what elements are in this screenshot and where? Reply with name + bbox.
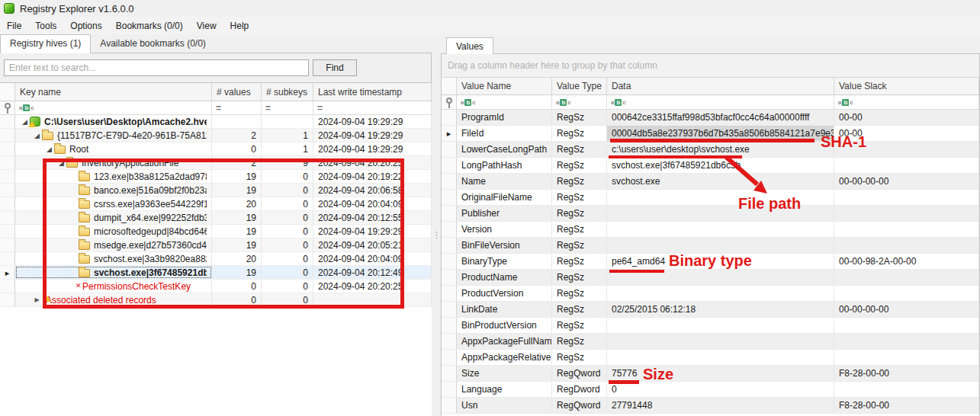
- tree-filter-values[interactable]: [212, 101, 262, 114]
- tree-row[interactable]: Root012024-09-04 19:29:29: [0, 142, 432, 156]
- value-row[interactable]: SizeRegQword75776F8-28-00-00: [442, 366, 979, 382]
- tree-filter-keyname[interactable]: [15, 101, 212, 114]
- tree-row[interactable]: C:\Users\user\Desktop\Amcache2.hve2024-0…: [0, 115, 432, 129]
- tree-row[interactable]: dumpit_x64.exe|992252fdb3743...1902024-0…: [0, 211, 432, 225]
- value-row[interactable]: UsnRegQword27791448F8-28-00-00: [442, 398, 979, 414]
- col-num-subkeys[interactable]: # subkeys: [262, 83, 313, 101]
- tree-row[interactable]: PermissionsCheckTestKey002024-09-04 20:2…: [0, 280, 432, 293]
- value-type-cell: RegSz: [552, 318, 607, 333]
- values-filter-name[interactable]: [457, 95, 552, 109]
- tab-values[interactable]: Values: [446, 37, 493, 55]
- col-value-name[interactable]: Value Name: [457, 78, 552, 94]
- values-filter-data[interactable]: [607, 95, 834, 109]
- menu-help[interactable]: Help: [223, 17, 256, 34]
- tree-row[interactable]: svchost.exe|3a3b9820ea882eb42002024-09-0…: [0, 252, 432, 266]
- expanded-node-icon[interactable]: [32, 132, 42, 139]
- value-data-cell: 00004db5a8e237937b6d7b435a8506b8584121a7…: [607, 126, 834, 141]
- tree-key-label: svchost.exe|3f67485921db...: [94, 267, 207, 278]
- menu-bookmarks[interactable]: Bookmarks (0/0): [109, 17, 190, 34]
- value-row[interactable]: BinaryTypeRegSzpe64_amd6400-00-98-2A-00-…: [442, 254, 979, 270]
- left-tab-strip: Registry hives (1) Available bookmarks (…: [0, 34, 432, 53]
- col-key-name[interactable]: Key name: [15, 83, 212, 101]
- tree-filter-lastwrite[interactable]: [313, 101, 432, 114]
- values-filter-gutter: [442, 95, 457, 109]
- tree-row[interactable]: msedge.exe|d27b57360cd4a4cf1902024-09-04…: [0, 238, 432, 252]
- search-input[interactable]: [4, 59, 309, 76]
- tree-row[interactable]: svchost.exe|3f67485921db...1902024-09-04…: [0, 266, 432, 280]
- tree-row[interactable]: csrss.exe|a9363ee544229f112002024-09-04 …: [0, 197, 432, 211]
- values-header-gutter: [442, 78, 457, 94]
- tab-registry-hives[interactable]: Registry hives (1): [0, 34, 91, 53]
- tree-row-gutter: [0, 280, 15, 293]
- tree-row[interactable]: Associated deleted records00: [0, 293, 432, 307]
- value-type-cell: RegSz: [552, 158, 607, 173]
- col-last-write[interactable]: Last write timestamp: [313, 83, 432, 101]
- value-row[interactable]: NameRegSzsvchost.exe00-00-00-00: [442, 174, 979, 190]
- col-num-values[interactable]: # values: [212, 83, 262, 101]
- value-data-cell: [607, 238, 834, 253]
- value-row[interactable]: BinProductVersionRegSz: [442, 318, 979, 334]
- value-slack-cell: F8-28-00-00: [834, 366, 979, 381]
- tree-lastwrite-cell: 2024-09-04 20:04:09: [313, 252, 432, 265]
- find-button[interactable]: Find: [313, 59, 357, 76]
- tree-key-name-cell: C:\Users\user\Desktop\Amcache2.hve: [15, 115, 212, 128]
- tree-row-gutter: [0, 197, 15, 210]
- value-type-cell: RegSz: [552, 222, 607, 237]
- value-type-cell: RegSz: [552, 142, 607, 157]
- tree-row[interactable]: InventoryApplicationFile292024-09-04 20:…: [0, 156, 432, 170]
- value-row[interactable]: AppxPackageFullNameRegSz: [442, 334, 979, 350]
- tree-lastwrite-cell: 2024-09-04 20:05:21: [313, 238, 432, 251]
- tree-key-name-cell: 123.exe|b38a8125a2dad978: [15, 170, 212, 183]
- value-row[interactable]: ProgramIdRegSz000642ce3315ffaf998d53bfac…: [442, 110, 979, 126]
- group-by-bar[interactable]: Drag a column header here to group by th…: [442, 54, 979, 78]
- values-filter-type[interactable]: [552, 95, 607, 109]
- menu-file[interactable]: File: [0, 17, 28, 34]
- value-type-cell: RegSz: [552, 302, 607, 317]
- value-row-gutter: [442, 334, 457, 349]
- value-row[interactable]: ProductVersionRegSz: [442, 286, 979, 302]
- value-row[interactable]: AppxPackageRelativeIdRegSz: [442, 350, 979, 366]
- col-data[interactable]: Data: [607, 78, 834, 94]
- expanded-node-icon[interactable]: [44, 146, 54, 153]
- tree-row-gutter: [0, 170, 15, 183]
- value-slack-cell: 00-00-00-00: [834, 174, 979, 189]
- values-filter-slack[interactable]: [834, 95, 979, 109]
- value-row[interactable]: LinkDateRegSz02/25/2015 06:12:1800-00-00…: [442, 302, 979, 318]
- value-row[interactable]: BinFileVersionRegSz: [442, 238, 979, 254]
- expanded-node-icon[interactable]: [56, 159, 66, 167]
- tree-key-label: msedge.exe|d27b57360cd4a4cf: [94, 240, 207, 251]
- value-row[interactable]: LongPathHashRegSzsvchost.exe|3f67485921d…: [442, 158, 979, 174]
- value-row[interactable]: FileIdRegSz00004db5a8e237937b6d7b435a850…: [442, 126, 979, 142]
- value-slack-cell: [834, 286, 979, 301]
- abc-filter-icon: [611, 99, 626, 106]
- tree-row[interactable]: {11517B7C-E79D-4e20-961B-75A811715...212…: [0, 129, 432, 142]
- tree-subkeys-count-cell: 0: [262, 252, 313, 265]
- tree-row[interactable]: 123.exe|b38a8125a2dad9781902024-09-04 20…: [0, 170, 432, 184]
- panel-splitter[interactable]: ⋮: [432, 53, 441, 416]
- menu-tools[interactable]: Tools: [28, 17, 63, 34]
- folder-icon: [79, 255, 90, 264]
- col-value-type[interactable]: Value Type: [552, 78, 607, 94]
- tree-lastwrite-cell: 2024-09-04 20:12:49: [313, 266, 432, 279]
- value-row[interactable]: LowerCaseLongPathRegSzc:\users\user\desk…: [442, 142, 979, 158]
- col-value-slack[interactable]: Value Slack: [834, 78, 979, 94]
- menu-view[interactable]: View: [190, 17, 223, 34]
- value-slack-cell: [834, 382, 979, 397]
- tree-subkeys-count-cell: 1: [262, 142, 313, 155]
- equals-filter-icon: [265, 103, 271, 114]
- tab-available-bookmarks[interactable]: Available bookmarks (0/0): [91, 35, 215, 53]
- collapsed-node-icon[interactable]: [32, 296, 42, 303]
- value-row[interactable]: PublisherRegSz: [442, 206, 979, 222]
- value-row[interactable]: VersionRegSz: [442, 222, 979, 238]
- tree-row[interactable]: microsoftedgeupd|84bcd64699b1...1902024-…: [0, 225, 432, 238]
- values-filter-row: [442, 95, 979, 110]
- value-data-cell: svchost.exe: [607, 174, 834, 189]
- value-row[interactable]: ProductNameRegSz: [442, 270, 979, 286]
- tree-row[interactable]: banco.exe|516a09bf2f0b23a21902024-09-04 …: [0, 184, 432, 197]
- value-name-cell: LowerCaseLongPath: [457, 142, 552, 157]
- value-row[interactable]: OriginalFileNameRegSz: [442, 190, 979, 206]
- tree-filter-subkeys[interactable]: [262, 101, 313, 114]
- value-row[interactable]: LanguageRegDword0: [442, 382, 979, 398]
- tree-lastwrite-cell: 2024-09-04 20:19:22: [313, 170, 432, 183]
- menu-options[interactable]: Options: [63, 17, 108, 34]
